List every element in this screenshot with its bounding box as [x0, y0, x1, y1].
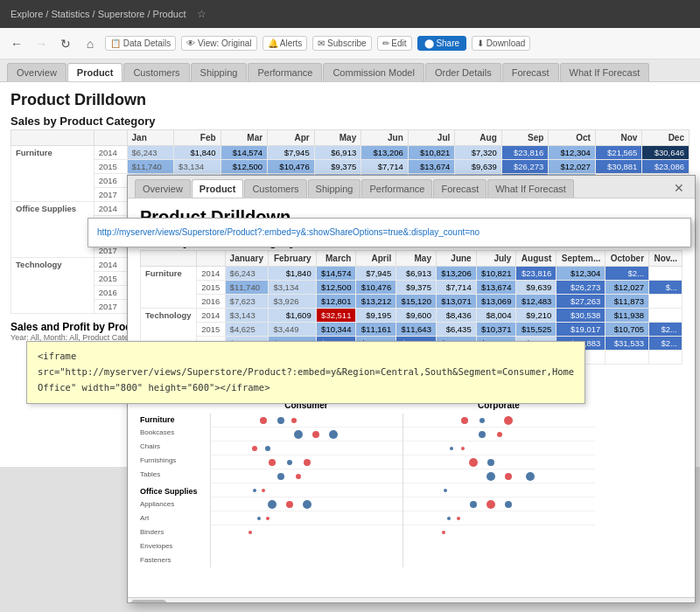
svg-point-25 [497, 432, 502, 437]
year-label: 2017 [94, 188, 127, 202]
svg-point-6 [252, 446, 257, 451]
panel-close-button[interactable]: ✕ [670, 179, 688, 197]
year-label: 2015 [94, 160, 127, 174]
edit-btn[interactable]: ✏ Edit [377, 36, 412, 51]
svg-point-12 [296, 474, 301, 479]
svg-point-7 [265, 446, 270, 451]
year-label: 2014 [94, 258, 127, 272]
back-button[interactable]: ← [7, 34, 26, 53]
table-row: 2015 $11,740 $3,134 $12,500 $10,476 $9,3… [141, 281, 682, 295]
svg-point-33 [444, 489, 447, 492]
year-label: 2016 [94, 286, 127, 300]
svg-point-2 [291, 418, 297, 423]
svg-point-28 [469, 458, 478, 467]
tab-whatif[interactable]: What If Forecast [560, 63, 650, 81]
scrollbar-thumb[interactable] [131, 600, 166, 604]
chart-area: Furniture Bookcases Chairs Furnishings T… [140, 414, 682, 567]
col-year [94, 130, 127, 146]
tab-shipping[interactable]: Shipping [191, 63, 248, 81]
svg-point-21 [461, 417, 468, 424]
svg-point-9 [287, 460, 292, 465]
forward-button[interactable]: → [32, 34, 51, 53]
svg-point-0 [260, 417, 267, 424]
col-feb: Feb [174, 130, 221, 146]
tab-overview[interactable]: Overview [7, 63, 66, 81]
svg-point-13 [253, 489, 256, 492]
panel-tabs: Overview Product Customers Shipping Perf… [128, 176, 695, 198]
panel-tab-performance[interactable]: Performance [361, 179, 432, 198]
table-row: 2015 $11,740 $3,134 $12,500 $10,476 $9,3… [11, 160, 690, 174]
download-btn[interactable]: ⬇ Download [472, 36, 530, 51]
svg-point-36 [505, 501, 512, 508]
panel-scrollbar[interactable] [128, 597, 695, 603]
svg-point-37 [447, 517, 451, 520]
panel-tab-forecast[interactable]: Forecast [433, 179, 486, 198]
col-jan: Jan [127, 130, 174, 146]
svg-point-32 [526, 472, 535, 481]
svg-point-26 [450, 447, 453, 450]
svg-point-4 [312, 431, 319, 438]
svg-point-5 [329, 430, 338, 439]
col-mar: Mar [220, 130, 268, 146]
svg-point-35 [486, 500, 495, 509]
year-label: 2016 [94, 174, 127, 188]
col-category [11, 130, 94, 146]
svg-point-18 [257, 517, 261, 520]
category-technology: Technology [11, 258, 94, 314]
panel-tab-customers[interactable]: Customers [244, 179, 306, 198]
tab-customers[interactable]: Customers [123, 63, 189, 81]
iframe-tooltip: <iframe src="http://myserver/views/Super… [26, 341, 585, 404]
col-dec: Dec [642, 130, 690, 146]
svg-point-22 [480, 418, 485, 423]
svg-point-30 [486, 472, 495, 481]
svg-point-10 [304, 459, 311, 466]
panel-tab-shipping[interactable]: Shipping [308, 179, 361, 198]
tab-performance[interactable]: Performance [248, 63, 322, 81]
url-tooltip: http://myserver/views/Superstore/Product… [88, 218, 691, 247]
share-btn[interactable]: ⬤ Share [417, 36, 466, 51]
data-details-btn[interactable]: 📋 Data Details [105, 36, 176, 51]
col-aug: Aug [455, 130, 502, 146]
year-label: 2017 [94, 300, 127, 314]
panel-tab-product[interactable]: Product [192, 179, 244, 198]
svg-point-1 [277, 417, 284, 424]
tab-commission[interactable]: Commission Model [323, 63, 424, 81]
star-icon[interactable]: ☆ [197, 8, 206, 20]
svg-point-34 [470, 501, 477, 508]
subscribe-btn[interactable]: ✉ Subscribe [312, 36, 371, 51]
svg-point-14 [262, 489, 265, 492]
year-label: 2014 [94, 202, 127, 216]
tab-order-details[interactable]: Order Details [425, 63, 501, 81]
svg-point-23 [504, 416, 513, 425]
table-row: Technology 2014 $3,143 $1,609 $32,511 $9… [141, 309, 682, 323]
year-label: 2014 [94, 146, 127, 160]
corporate-chart [402, 414, 595, 567]
panel-tab-overview[interactable]: Overview [135, 179, 191, 198]
refresh-button[interactable]: ↻ [56, 34, 75, 53]
home-button[interactable]: ⌂ [80, 34, 100, 53]
office-label: Office Supplies [140, 487, 210, 496]
tab-product[interactable]: Product [67, 63, 123, 81]
section-title: Sales by Product Category [10, 115, 690, 128]
col-may: May [314, 130, 361, 146]
svg-point-24 [479, 431, 486, 438]
svg-point-3 [294, 430, 303, 439]
tableau-tabs: Overview Product Customers Shipping Perf… [0, 59, 700, 82]
svg-point-27 [461, 447, 465, 450]
col-sep: Sep [501, 130, 549, 146]
browser-titlebar: Explore / Statistics / Superstore / Prod… [0, 0, 700, 28]
panel-tab-whatif[interactable]: What If Forecast [487, 179, 574, 198]
page-title: Product Drilldown [10, 91, 690, 109]
svg-point-38 [457, 517, 460, 520]
furniture-label: Furniture [140, 415, 210, 424]
consumer-chart [210, 414, 402, 567]
tab-forecast[interactable]: Forecast [502, 63, 559, 81]
table-row: Furniture 2014 $6,243 $1,840 $14,574 $7,… [11, 146, 690, 160]
tooltip-url-text: http://myserver/views/Superstore/Product… [97, 227, 480, 237]
svg-point-20 [248, 531, 252, 534]
col-nov: Nov [595, 130, 642, 146]
svg-point-29 [487, 459, 494, 466]
alerts-btn[interactable]: 🔔 Alerts [262, 36, 308, 51]
browser-toolbar: ← → ↻ ⌂ 📋 Data Details 👁 View: Original … [0, 28, 700, 59]
view-original-btn[interactable]: 👁 View: Original [181, 36, 256, 51]
